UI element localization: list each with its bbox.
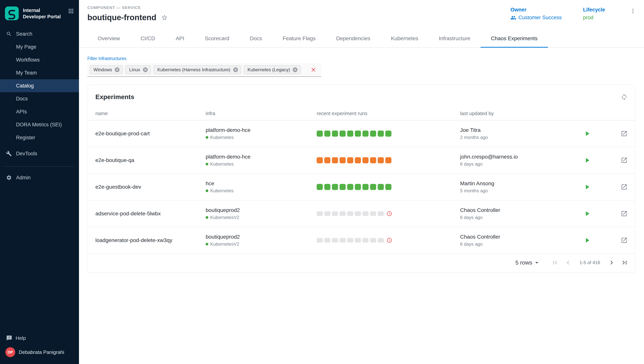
run-status-square[interactable] (370, 157, 376, 163)
run-status-square[interactable] (363, 238, 369, 242)
run-status-square[interactable] (363, 184, 369, 190)
run-status-square[interactable] (317, 211, 323, 216)
open-experiment-button[interactable] (621, 237, 627, 244)
lifecycle-label[interactable]: Lifecycle (583, 7, 605, 13)
run-status-square[interactable] (317, 238, 323, 242)
run-status-square[interactable] (340, 211, 346, 216)
run-status-square[interactable] (363, 130, 369, 137)
open-experiment-button[interactable] (621, 130, 627, 137)
user-profile[interactable]: DP Debabrata Panigrahi (5, 347, 74, 357)
run-status-square[interactable] (385, 130, 392, 137)
run-status-square[interactable] (363, 211, 369, 216)
run-status-square[interactable] (317, 130, 323, 137)
run-status-square[interactable] (317, 184, 323, 190)
filter-chip-kubernetes-harness-infrastructure[interactable]: Kubernetes (Harness Infrastructure) (154, 65, 241, 74)
sidebar-item-catalog[interactable]: Catalog (0, 79, 79, 92)
rows-per-page-select[interactable]: 5 rows (515, 259, 541, 266)
run-status-square[interactable] (378, 238, 384, 242)
run-status-square[interactable] (363, 157, 369, 163)
run-status-square[interactable] (378, 130, 384, 137)
run-status-square[interactable] (355, 211, 361, 216)
run-status-square[interactable] (324, 184, 331, 190)
sidebar-item-my-team[interactable]: My Team (0, 66, 79, 79)
filter-chip-kubernetes-legacy[interactable]: Kubernetes (Legacy) (244, 65, 301, 74)
run-status-square[interactable] (340, 184, 346, 190)
clear-filters-button[interactable] (310, 66, 317, 73)
run-status-square[interactable] (385, 184, 392, 190)
run-status-square[interactable] (355, 238, 361, 242)
run-status-square[interactable] (324, 157, 331, 163)
run-status-square[interactable] (370, 130, 376, 137)
owner-value[interactable]: Customer Success (518, 15, 562, 20)
run-status-square[interactable] (347, 211, 353, 216)
run-status-square[interactable] (355, 130, 361, 137)
apps-grid-icon[interactable] (68, 8, 74, 14)
run-experiment-button[interactable] (583, 210, 591, 218)
run-status-square[interactable] (324, 130, 331, 137)
tab-scorecard[interactable]: Scorecard (195, 30, 240, 47)
tab-chaos-experiments[interactable]: Chaos Experiments (481, 30, 548, 48)
chip-remove-icon[interactable] (233, 67, 238, 72)
tab-feature-flags[interactable]: Feature Flags (272, 30, 326, 47)
sidebar-item-apis[interactable]: APIs (0, 105, 79, 118)
run-status-square[interactable] (347, 184, 353, 190)
run-status-square[interactable] (378, 211, 384, 216)
run-status-square[interactable] (355, 184, 361, 190)
sidebar-item-workflows[interactable]: Workflows (0, 53, 79, 66)
run-status-square[interactable] (340, 157, 346, 163)
sidebar-item-docs[interactable]: Docs (0, 92, 79, 105)
open-experiment-button[interactable] (621, 210, 627, 217)
previous-page-button[interactable] (564, 259, 572, 266)
run-status-square[interactable] (332, 184, 338, 190)
tab-kubernetes[interactable]: Kubernetes (381, 30, 428, 47)
next-page-button[interactable] (608, 259, 615, 266)
run-status-square[interactable] (378, 157, 384, 163)
run-experiment-button[interactable] (583, 156, 591, 164)
run-status-square[interactable] (370, 184, 376, 190)
chip-remove-icon[interactable] (114, 67, 120, 72)
tab-infrastructure[interactable]: Infrastructure (429, 30, 481, 47)
run-status-square[interactable] (317, 157, 323, 163)
first-page-button[interactable] (551, 259, 559, 266)
tab-docs[interactable]: Docs (240, 30, 272, 47)
sidebar-item-search[interactable]: Search (0, 28, 79, 40)
tab-overview[interactable]: Overview (87, 30, 130, 47)
filter-label[interactable]: Filter Infrastructures (87, 56, 635, 61)
last-page-button[interactable] (621, 259, 628, 266)
sidebar-item-register[interactable]: Register (0, 131, 79, 144)
run-status-square[interactable] (347, 130, 353, 137)
open-experiment-button[interactable] (621, 157, 627, 164)
owner-label[interactable]: Owner (510, 7, 562, 13)
run-status-square[interactable] (332, 157, 338, 163)
run-experiment-button[interactable] (583, 183, 591, 191)
tab-dependencies[interactable]: Dependencies (326, 30, 381, 47)
refresh-icon[interactable] (621, 94, 627, 100)
run-status-square[interactable] (340, 130, 346, 137)
run-status-square[interactable] (378, 184, 384, 190)
run-status-square[interactable] (332, 130, 338, 137)
run-status-square[interactable] (347, 238, 353, 242)
filter-chip-windows[interactable]: Windows (90, 65, 123, 74)
open-experiment-button[interactable] (621, 184, 627, 190)
run-status-square[interactable] (370, 238, 376, 242)
chip-remove-icon[interactable] (292, 67, 298, 72)
sidebar-item-my-page[interactable]: My Page (0, 40, 79, 53)
run-status-square[interactable] (324, 211, 331, 216)
tab-ci-cd[interactable]: CI/CD (130, 30, 165, 47)
run-status-square[interactable] (332, 238, 338, 242)
run-experiment-button[interactable] (583, 236, 591, 244)
sidebar-item-admin[interactable]: Admin (0, 171, 79, 184)
run-status-square[interactable] (347, 157, 353, 163)
run-status-square[interactable] (370, 211, 376, 216)
sidebar-item-dora-metrics-sei[interactable]: DORA Metrics (SEI) (0, 118, 79, 131)
filter-chip-linux[interactable]: Linux (125, 65, 151, 74)
sidebar-item-devtools[interactable]: DevTools (0, 147, 79, 160)
run-status-square[interactable] (340, 238, 346, 242)
run-status-square[interactable] (355, 157, 361, 163)
help-button[interactable]: Help (5, 335, 74, 341)
kebab-menu-icon[interactable] (629, 8, 636, 14)
harness-logo-icon[interactable] (5, 6, 19, 20)
run-status-square[interactable] (385, 157, 392, 163)
run-experiment-button[interactable] (583, 130, 591, 138)
favorite-star-icon[interactable] (161, 14, 168, 21)
